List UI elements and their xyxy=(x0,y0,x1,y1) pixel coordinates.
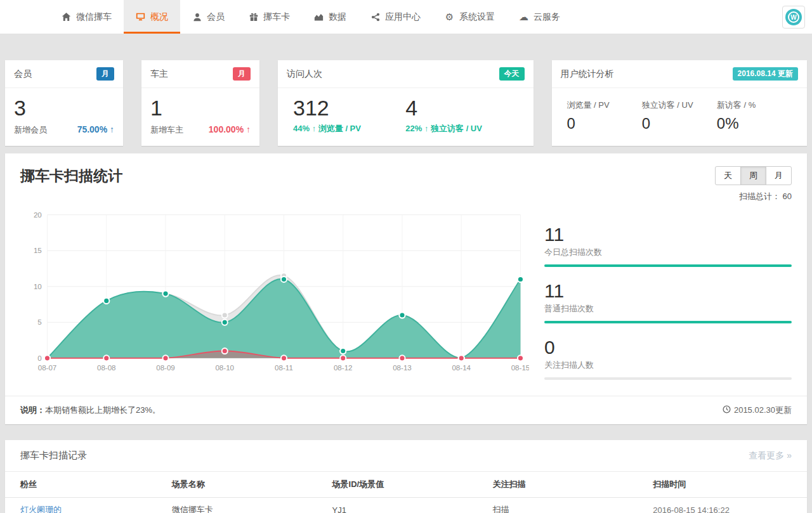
scan-total-value: 60 xyxy=(783,192,792,201)
account-avatar-button[interactable]: W xyxy=(782,6,805,29)
svg-text:08-10: 08-10 xyxy=(215,364,234,372)
nav-item-settings[interactable]: ⚙ 系统设置 xyxy=(433,0,507,34)
owner-card: 车主 月 1 新增车主 100.00% ↑ xyxy=(141,60,259,146)
arrow-up-icon: ↑ xyxy=(424,124,429,133)
range-month-button[interactable]: 月 xyxy=(766,166,792,185)
uv-value: 4 xyxy=(405,96,518,120)
scan-statistics-panel: 挪车卡扫描统计 天 周 月 扫描总计： 60 0510152008-0708-0… xyxy=(5,153,807,424)
updated-badge: 2016.08.14 更新 xyxy=(733,67,798,81)
col-scene-id: 场景ID/场景值 xyxy=(326,472,487,498)
home-icon xyxy=(62,12,71,22)
arrow-up-icon: ↑ xyxy=(110,124,114,134)
nav-item-home[interactable]: 微信挪车 xyxy=(49,0,124,34)
uv-metric: 4 22% ↑ 独立访客 / UV xyxy=(405,96,518,134)
col-fan: 粉丝 xyxy=(5,472,166,498)
nav-item-members[interactable]: 会员 xyxy=(180,0,237,34)
pv-metric: 312 44% ↑ 浏览量 / PV xyxy=(293,96,405,134)
member-label: 新增会员 xyxy=(14,124,47,136)
uv-label: 22% ↑ 独立访客 / UV xyxy=(405,123,518,134)
col-time: 扫描时间 xyxy=(646,472,807,498)
nav-item-overview[interactable]: 概况 xyxy=(124,0,180,34)
avatar-letter: W xyxy=(788,11,799,23)
nav-item-label: 系统设置 xyxy=(459,11,495,23)
svg-text:08-11: 08-11 xyxy=(275,364,293,372)
visits-card: 访问人次 今天 312 44% ↑ 浏览量 / PV 4 22% ↑ 独立访客 … xyxy=(278,60,534,146)
scene-cell: 微信挪车卡 xyxy=(166,498,326,513)
arrow-up-icon: ↑ xyxy=(246,124,251,134)
stat-cards-row: 会员 月 3 新增会员 75.00% ↑ 车主 月 1 新增车主 100.00%… xyxy=(5,60,807,146)
ustat-uv: 独立访客 / UV 0 xyxy=(642,100,717,133)
stat-today-total: 11 今日总扫描次数 xyxy=(544,224,792,267)
scan-panel-title: 挪车卡扫描统计 xyxy=(20,166,122,186)
avatar: W xyxy=(785,9,802,25)
range-day-button[interactable]: 天 xyxy=(715,166,741,185)
nav-item-label: 微信挪车 xyxy=(76,11,112,23)
user-stats-title: 用户统计分析 xyxy=(561,68,614,80)
pv-value: 312 xyxy=(293,96,405,120)
col-follow: 关注扫描 xyxy=(486,472,646,498)
top-navbar: 微信挪车 概况 会员 挪车卡 数据 应用中心 ⚙ 系统设置 ☁ 云服务 xyxy=(0,0,812,34)
svg-text:08-07: 08-07 xyxy=(38,364,57,372)
visits-card-title: 访问人次 xyxy=(287,68,322,80)
follow-cell: 扫描 xyxy=(486,498,646,513)
nav-item-label: 挪车卡 xyxy=(263,11,290,23)
svg-text:5: 5 xyxy=(37,318,41,326)
gear-icon: ⚙ xyxy=(445,12,454,22)
today-badge: 今天 xyxy=(499,67,525,81)
svg-text:15: 15 xyxy=(34,247,42,254)
svg-text:08-15: 08-15 xyxy=(511,364,529,372)
month-badge: 月 xyxy=(96,67,114,81)
gift-icon xyxy=(249,12,258,22)
nav-item-app-center[interactable]: 应用中心 xyxy=(358,0,433,34)
stat-bar xyxy=(544,321,792,323)
table-header-row: 粉丝 场景名称 场景ID/场景值 关注扫描 扫描时间 xyxy=(5,472,807,498)
ustat-pv: 浏览量 / PV 0 xyxy=(567,100,642,133)
owner-count: 1 xyxy=(150,96,251,120)
scan-stats-column: 11 今日总扫描次数 11 普通扫描次数 0 关注扫描人数 xyxy=(544,205,792,393)
pv-label: 44% ↑ 浏览量 / PV xyxy=(293,123,405,134)
range-button-group: 天 周 月 xyxy=(715,166,792,185)
nav-item-label: 云服务 xyxy=(534,11,560,23)
clock-icon xyxy=(723,405,731,415)
month-badge: 月 xyxy=(233,67,251,81)
svg-text:10: 10 xyxy=(34,283,42,290)
scan-chart-container: 0510152008-0708-0808-0908-1008-1108-1208… xyxy=(20,205,529,393)
member-card-title: 会员 xyxy=(14,68,32,80)
owner-percent: 100.00% ↑ xyxy=(209,124,251,134)
share-nodes-icon xyxy=(370,12,380,22)
svg-text:08-08: 08-08 xyxy=(97,364,116,372)
svg-text:0: 0 xyxy=(37,354,41,362)
svg-text:08-12: 08-12 xyxy=(334,364,353,372)
user-stats-card: 用户统计分析 2016.08.14 更新 浏览量 / PV 0 独立访客 / U… xyxy=(552,60,808,146)
nav-item-cards[interactable]: 挪车卡 xyxy=(237,0,302,34)
range-week-button[interactable]: 周 xyxy=(740,166,766,185)
nav-item-label: 会员 xyxy=(207,11,225,23)
nav-item-cloud[interactable]: ☁ 云服务 xyxy=(507,0,572,34)
nav-item-label: 概况 xyxy=(150,11,168,23)
svg-text:20: 20 xyxy=(34,211,42,219)
member-count: 3 xyxy=(14,96,114,120)
scan-area-chart: 0510152008-0708-0808-0908-1008-1108-1208… xyxy=(20,210,529,379)
fan-link[interactable]: 灯火阑珊的 xyxy=(20,505,62,513)
svg-text:08-09: 08-09 xyxy=(156,364,175,372)
nav-item-label: 数据 xyxy=(329,11,346,23)
stat-follow-scans: 0 关注扫描人数 xyxy=(544,337,792,380)
svg-text:08-14: 08-14 xyxy=(452,364,471,372)
nav-item-label: 应用中心 xyxy=(385,11,421,23)
member-card: 会员 月 3 新增会员 75.00% ↑ xyxy=(5,60,123,146)
scene-id-cell: YJ1 xyxy=(326,498,487,513)
chart-area-icon xyxy=(314,12,324,22)
nav-items: 微信挪车 概况 会员 挪车卡 数据 应用中心 ⚙ 系统设置 ☁ 云服务 xyxy=(49,0,572,34)
svg-text:08-13: 08-13 xyxy=(393,364,412,372)
stat-normal-scans: 11 普通扫描次数 xyxy=(544,280,792,323)
nav-item-data[interactable]: 数据 xyxy=(302,0,358,34)
col-scene-name: 场景名称 xyxy=(166,472,326,498)
view-more-link[interactable]: 查看更多 » xyxy=(749,450,792,462)
arrow-up-icon: ↑ xyxy=(312,124,317,133)
cloud-icon: ☁ xyxy=(519,12,528,22)
member-percent: 75.00% ↑ xyxy=(77,124,114,134)
monitor-icon xyxy=(136,12,145,22)
stat-bar xyxy=(544,377,792,380)
stat-bar xyxy=(544,264,792,267)
scan-records-table: 粉丝 场景名称 场景ID/场景值 关注扫描 扫描时间 灯火阑珊的 微信挪车卡 Y… xyxy=(5,472,807,513)
